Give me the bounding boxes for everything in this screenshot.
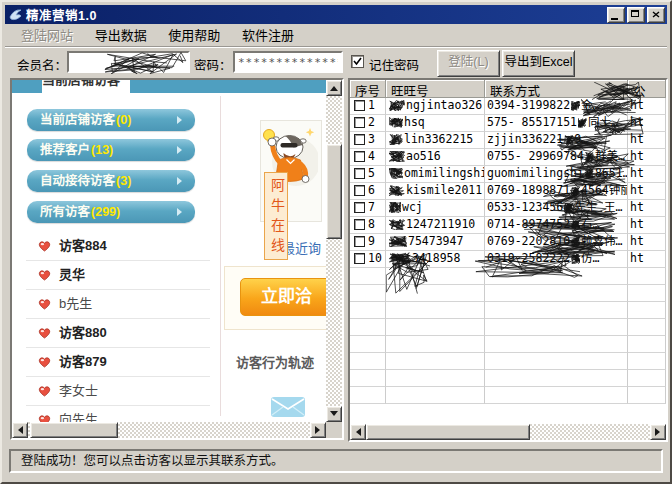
scroll-up-button[interactable] [326,80,342,96]
redaction-scribble [389,236,407,247]
table-row[interactable]: 5omimilingshiguomimilingshi8651…ht [350,166,666,183]
row-checkbox[interactable] [354,134,365,145]
category-button-1[interactable]: 当前店铺访客(0) [27,109,195,131]
login-button[interactable]: 登陆(L) [437,50,500,77]
row-checkbox[interactable] [354,253,365,264]
password-label: 密码： [194,55,232,74]
category-button-4[interactable]: 所有访客(299) [27,201,195,223]
table-row[interactable]: 9754739470769-2202810赖喜伟…ht [350,234,666,251]
minimize-button[interactable] [607,7,625,23]
column-header-contact[interactable]: 联系方式 [485,80,628,98]
redaction-scribble [571,101,580,111]
column-header-wangwang[interactable]: 旺旺号 [386,80,485,98]
web-horizontal-scrollbar[interactable] [12,422,326,438]
window-title: 精准营销1.0 [26,5,97,24]
table-rows-area: 序号 旺旺号 联系方式 公 1ngjintao3260394-3199822金…… [350,80,666,424]
export-excel-button[interactable]: 导出到Excel [502,50,575,77]
chevron-right-icon [177,177,186,185]
web-vertical-scrollbar[interactable] [326,80,342,422]
table-row[interactable]: 6kismile20110769-18988714564钟丽…ht [350,183,666,200]
visitor-item[interactable]: 访客880 [26,319,210,348]
table-row[interactable]: 812472119100714-8974752石…ht [350,217,666,234]
scroll-left-button[interactable] [12,422,28,438]
visitor-item[interactable]: 灵华 [26,261,210,290]
check-icon [353,57,362,66]
category-button-2[interactable]: 推荐客户(13) [27,139,195,161]
visitor-track-title: 访客行为轨迹 [222,352,326,371]
menu-help[interactable]: 使用帮助 [159,25,229,46]
table-row[interactable]: 1034189580319-2582222仿…ht [350,251,666,268]
row-checkbox[interactable] [354,151,365,162]
table-empty-row [350,285,666,302]
arrow-right-icon [655,428,664,436]
table-row[interactable]: 1ngjintao3260394-3199822金…ht [350,98,666,115]
password-input[interactable] [233,51,343,73]
login-form: 会员名： 密码： 记住密码 登陆(L) 导出到Excel [5,47,667,78]
scroll-thumb[interactable] [326,144,342,239]
row-checkbox[interactable] [354,168,365,179]
heart-icon [38,414,51,422]
chat-now-button[interactable]: 立即洽 [240,278,326,316]
web-panel-content: 当前店铺访客 当前店铺访客(0)推荐客户(13)自动接待访客(3)所有访客(29… [12,80,326,422]
scroll-right-button[interactable] [310,422,326,438]
visitor-item[interactable]: b先生 [26,290,210,319]
visitor-item[interactable]: 李女士 [26,377,210,406]
menu-login-site[interactable]: 登陆网站 [12,25,82,46]
close-button[interactable] [647,7,665,23]
scroll-thumb[interactable] [366,424,530,440]
row-checkbox[interactable] [354,100,365,111]
table-empty-row [350,336,666,353]
status-text: 登陆成功！您可以点击访客以显示其联系方式。 [9,449,663,473]
menu-bar: 登陆网站 导出数据 使用帮助 软件注册 [5,25,667,47]
row-checkbox[interactable] [354,185,365,196]
remember-password-checkbox[interactable] [351,55,364,68]
scroll-left-button[interactable] [350,424,366,440]
redaction-scribble [564,203,573,213]
status-bar: 登陆成功！您可以点击访客以显示其联系方式。 [7,447,665,476]
heart-icon [38,298,51,310]
redaction-scribble [389,117,403,128]
minimize-icon [611,18,618,20]
column-header-index[interactable]: 序号 [350,80,386,98]
row-checkbox[interactable] [354,219,365,230]
maximize-icon [631,10,639,17]
menu-export-data[interactable]: 导出数据 [86,25,156,46]
visitor-item[interactable]: 访客884 [26,232,210,261]
row-checkbox[interactable] [354,236,365,247]
title-bar: 精准营销1.0 [5,5,667,24]
envelope-icon [270,394,306,420]
chevron-right-icon [177,116,186,124]
maximize-button[interactable] [627,7,645,23]
redaction-scribble [389,253,411,264]
redaction-scribble [571,254,580,264]
row-checkbox[interactable] [354,117,365,128]
redaction-scribble [571,237,580,247]
close-icon [652,11,660,18]
app-window: 精准营销1.0 登陆网站 导出数据 使用帮助 软件注册 会员名： 密码： 记住密… [0,0,672,484]
scroll-right-button[interactable] [650,424,666,440]
mascot-online-label: 阿牛在线 [264,172,288,260]
redaction-scribble [389,168,403,179]
table-row[interactable]: 4ao5160755- 29969784群美…ht [350,149,666,166]
member-name-label: 会员名： [17,55,67,74]
redaction-scribble [389,185,405,196]
menu-register[interactable]: 软件注册 [233,25,303,46]
redaction-scribble [585,152,594,162]
column-header-company[interactable]: 公 [628,80,666,98]
heart-icon [38,269,51,281]
member-name-input[interactable] [67,51,190,73]
table-row[interactable]: 3lin3362215zjjin3362219…ht [350,132,666,149]
category-button-3[interactable]: 自动接待访客(3) [27,170,195,192]
heart-icon [38,240,51,252]
scroll-thumb[interactable] [30,422,118,438]
scroll-down-button[interactable] [326,406,342,422]
visitor-item[interactable]: 向先生 [26,406,210,422]
table-empty-row [350,268,666,285]
row-checkbox[interactable] [354,202,365,213]
table-row[interactable]: 2hsq575- 85517151同士…ht [350,115,666,132]
table-horizontal-scrollbar[interactable] [350,424,666,440]
scrollbar-corner [326,422,342,438]
table-empty-row [350,370,666,387]
table-row[interactable]: 7wcj0533-123456先生 王…ht [350,200,666,217]
visitor-item[interactable]: 访客879 [26,348,210,377]
